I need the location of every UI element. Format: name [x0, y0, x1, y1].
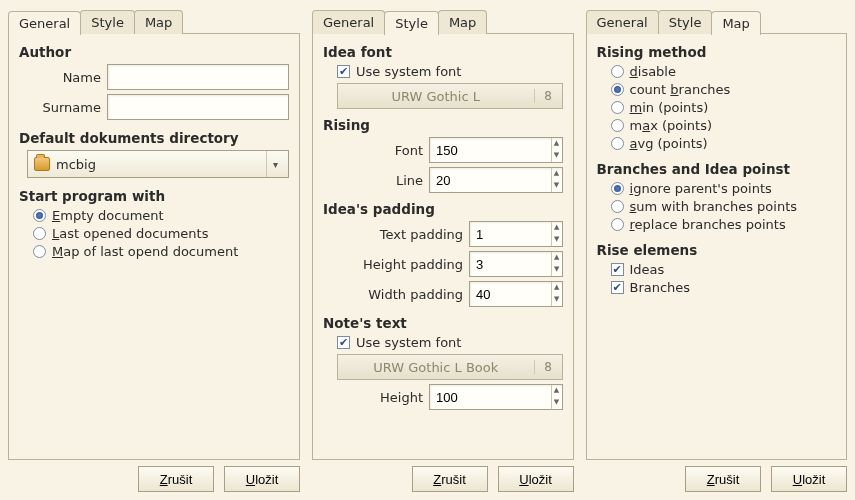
save-button[interactable]: Uložit: [498, 466, 574, 492]
rising-font-spin[interactable]: ▲▼: [429, 137, 563, 163]
font-size: 8: [534, 89, 562, 103]
note-height-label: Height: [333, 390, 423, 405]
checkbox-icon: [611, 263, 624, 276]
tab-general[interactable]: General: [586, 10, 659, 34]
tabbar: General Style Map: [8, 8, 300, 34]
tab-style[interactable]: Style: [80, 10, 135, 34]
panel-style: General Style Map Idea font Use system f…: [312, 8, 574, 492]
checkbox-label: Use system font: [356, 64, 461, 79]
note-use-system-font-check[interactable]: Use system font: [337, 335, 563, 350]
radio-icon: [33, 227, 46, 240]
radio-icon: [611, 65, 624, 78]
font-size: 8: [534, 360, 562, 374]
spin-input[interactable]: [470, 252, 551, 276]
spin-arrows[interactable]: ▲▼: [551, 222, 562, 246]
note-height-spin[interactable]: ▲▼: [429, 384, 563, 410]
height-padding-label: Height padding: [333, 257, 463, 272]
radio-min[interactable]: min (points): [611, 100, 837, 115]
text-padding-label: Text padding: [333, 227, 463, 242]
surname-input[interactable]: [107, 94, 289, 120]
radio-disable[interactable]: disable: [611, 64, 837, 79]
radio-label: min (points): [630, 100, 709, 115]
height-padding-spin[interactable]: ▲▼: [469, 251, 563, 277]
rising-line-label: Line: [333, 173, 423, 188]
radio-empty-document[interactable]: Empty document: [33, 208, 289, 223]
chevron-down-icon: ▾: [266, 151, 284, 177]
radio-label: count branches: [630, 82, 731, 97]
rising-line-spin[interactable]: ▲▼: [429, 167, 563, 193]
radio-label: Empty document: [52, 208, 164, 223]
note-heading: Note's text: [323, 315, 563, 331]
name-label: Name: [29, 70, 101, 85]
check-branches[interactable]: Branches: [611, 280, 837, 295]
spin-input[interactable]: [430, 168, 551, 192]
idea-font-heading: Idea font: [323, 44, 563, 60]
tab-general[interactable]: General: [312, 10, 385, 34]
spin-arrows[interactable]: ▲▼: [551, 138, 562, 162]
spin-arrows[interactable]: ▲▼: [551, 282, 562, 306]
branches-heading: Branches and Idea poinst: [597, 161, 837, 177]
tab-body-general: Author Name Surname Default dokuments di…: [8, 33, 300, 460]
font-name: URW Gothic L Book: [338, 360, 534, 375]
radio-icon: [611, 119, 624, 132]
spin-input[interactable]: [430, 385, 551, 409]
rising-font-label: Font: [333, 143, 423, 158]
radio-label: Last opened documents: [52, 226, 208, 241]
tab-style[interactable]: Style: [658, 10, 713, 34]
name-input[interactable]: [107, 64, 289, 90]
radio-icon: [611, 101, 624, 114]
radio-label: ignore parent's points: [630, 181, 772, 196]
radio-count-branches[interactable]: count branches: [611, 82, 837, 97]
radio-icon: [611, 182, 624, 195]
checkbox-icon: [611, 281, 624, 294]
tab-map[interactable]: Map: [438, 10, 487, 34]
tabbar: General Style Map: [312, 8, 574, 34]
checkbox-label: Use system font: [356, 335, 461, 350]
folder-icon: [34, 157, 50, 171]
radio-ignore[interactable]: ignore parent's points: [611, 181, 837, 196]
radio-icon: [33, 245, 46, 258]
cancel-button[interactable]: Zrušit: [412, 466, 488, 492]
radio-icon: [611, 218, 624, 231]
author-heading: Author: [19, 44, 289, 60]
radio-max[interactable]: max (points): [611, 118, 837, 133]
spin-input[interactable]: [430, 138, 551, 162]
radio-map-last[interactable]: Map of last opend document: [33, 244, 289, 259]
text-padding-spin[interactable]: ▲▼: [469, 221, 563, 247]
save-button[interactable]: Uložit: [771, 466, 847, 492]
tab-style[interactable]: Style: [384, 11, 439, 35]
rising-method-heading: Rising method: [597, 44, 837, 60]
radio-icon: [611, 137, 624, 150]
surname-label: Surname: [29, 100, 101, 115]
checkbox-label: Branches: [630, 280, 691, 295]
use-system-font-check[interactable]: Use system font: [337, 64, 563, 79]
check-ideas[interactable]: Ideas: [611, 262, 837, 277]
font-picker-disabled: URW Gothic L 8: [337, 83, 563, 109]
dir-heading: Default dokuments directory: [19, 130, 289, 146]
rising-heading: Rising: [323, 117, 563, 133]
cancel-button[interactable]: Zrušit: [685, 466, 761, 492]
radio-replace[interactable]: replace branches points: [611, 217, 837, 232]
save-button[interactable]: Uložit: [224, 466, 300, 492]
panel-general: General Style Map Author Name Surname De…: [8, 8, 300, 492]
radio-sum[interactable]: sum with branches points: [611, 199, 837, 214]
spin-input[interactable]: [470, 282, 551, 306]
directory-select[interactable]: mcbig ▾: [27, 150, 289, 178]
width-padding-spin[interactable]: ▲▼: [469, 281, 563, 307]
radio-avg[interactable]: avg (points): [611, 136, 837, 151]
cancel-button[interactable]: Zrušit: [138, 466, 214, 492]
width-padding-label: Width padding: [333, 287, 463, 302]
spin-input[interactable]: [470, 222, 551, 246]
radio-label: sum with branches points: [630, 199, 798, 214]
panel-map: General Style Map Rising method disable …: [586, 8, 848, 492]
spin-arrows[interactable]: ▲▼: [551, 252, 562, 276]
radio-last-opened[interactable]: Last opened documents: [33, 226, 289, 241]
spin-arrows[interactable]: ▲▼: [551, 168, 562, 192]
tab-map[interactable]: Map: [711, 11, 760, 35]
rise-elements-heading: Rise elemens: [597, 242, 837, 258]
tab-general[interactable]: General: [8, 11, 81, 35]
tab-map[interactable]: Map: [134, 10, 183, 34]
spin-arrows[interactable]: ▲▼: [551, 385, 562, 409]
directory-value: mcbig: [56, 157, 260, 172]
padding-heading: Idea's padding: [323, 201, 563, 217]
